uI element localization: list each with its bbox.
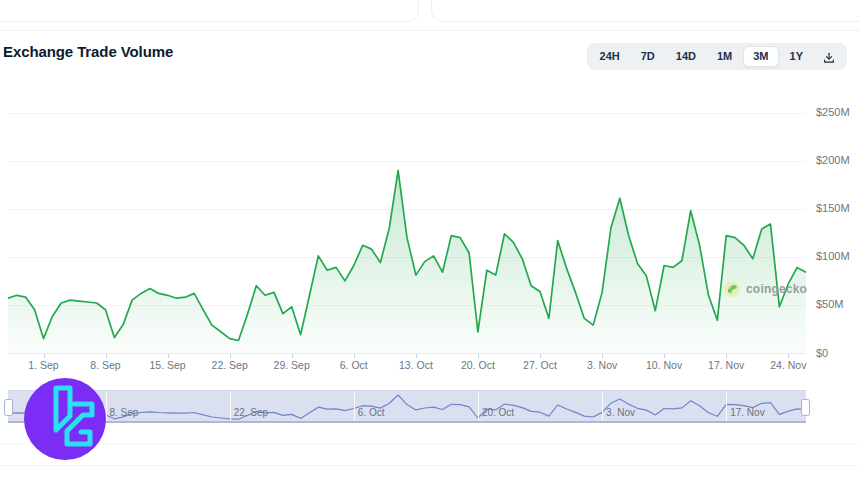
range-selector: 24H7D14D1M3M1Y [587, 43, 847, 70]
x-axis-tick [664, 354, 665, 358]
x-axis-tick [354, 354, 355, 358]
top-card-right [431, 0, 860, 22]
navigator-label: 8. Sep [110, 407, 139, 418]
x-axis-tick [292, 354, 293, 358]
navigator-label: 6. Oct [358, 407, 385, 418]
x-axis-label: 15. Sep [140, 359, 196, 371]
x-axis-label: 13. Oct [388, 359, 444, 371]
gecko-icon [723, 280, 741, 298]
y-axis-label: $0 [816, 347, 828, 359]
range-button-1m[interactable]: 1M [707, 46, 742, 67]
watermark-text: coingecko [746, 282, 807, 296]
x-axis-label: 3. Nov [574, 359, 630, 371]
navigator-label: 3. Nov [606, 407, 635, 418]
x-axis-tick [168, 354, 169, 358]
x-axis-tick [726, 354, 727, 358]
navigator-gridline [726, 391, 727, 421]
page-title: Exchange Trade Volume [3, 43, 173, 60]
x-axis-tick [602, 354, 603, 358]
x-axis-label: 24. Nov [760, 359, 816, 371]
navigator-gridline [478, 391, 479, 421]
x-axis-label: 10. Nov [636, 359, 692, 371]
navigator-handle-left[interactable] [4, 399, 13, 416]
x-axis-tick [478, 354, 479, 358]
volume-area [8, 170, 806, 353]
download-icon [822, 51, 836, 65]
x-axis-label: 1. Sep [16, 359, 72, 371]
navigator-gridline [354, 391, 355, 421]
range-button-24h[interactable]: 24H [590, 46, 630, 67]
section-divider [0, 30, 860, 31]
x-axis-tick [230, 354, 231, 358]
recorder-logo [23, 377, 107, 461]
navigator-gridline [602, 391, 603, 421]
x-axis-tick [540, 354, 541, 358]
x-axis-tick [788, 354, 789, 358]
x-axis-label: 20. Oct [450, 359, 506, 371]
x-axis-label: 29. Sep [264, 359, 320, 371]
y-axis-label: $100M [816, 250, 850, 262]
divider-line [0, 465, 860, 466]
divider-line [0, 443, 860, 444]
navigator-label: 17. Nov [730, 407, 764, 418]
x-axis-label: 17. Nov [698, 359, 754, 371]
y-axis-label: $150M [816, 202, 850, 214]
y-axis-label: $50M [816, 298, 844, 310]
top-card-left [0, 0, 419, 22]
x-axis-tick [416, 354, 417, 358]
navigator-label: 22. Sep [234, 407, 268, 418]
navigator-handle-right[interactable] [801, 399, 810, 416]
y-axis-label: $250M [816, 106, 850, 118]
coingecko-watermark: coingecko [723, 280, 807, 298]
range-button-7d[interactable]: 7D [631, 46, 665, 67]
navigator[interactable]: 8. Sep22. Sep6. Oct20. Oct3. Nov17. Nov [8, 390, 806, 423]
x-axis-label: 22. Sep [202, 359, 258, 371]
x-axis-label: 6. Oct [326, 359, 382, 371]
range-button-1y[interactable]: 1Y [780, 46, 813, 67]
range-button-14d[interactable]: 14D [666, 46, 706, 67]
y-axis-label: $200M [816, 154, 850, 166]
x-axis-tick [44, 354, 45, 358]
x-axis-tick [106, 354, 107, 358]
download-button[interactable] [814, 48, 844, 66]
x-axis-label: 27. Oct [512, 359, 568, 371]
x-axis-label: 8. Sep [78, 359, 134, 371]
range-button-3m[interactable]: 3M [743, 46, 778, 67]
navigator-gridline [230, 391, 231, 421]
volume-chart[interactable] [8, 100, 806, 354]
navigator-label: 20. Oct [482, 407, 514, 418]
